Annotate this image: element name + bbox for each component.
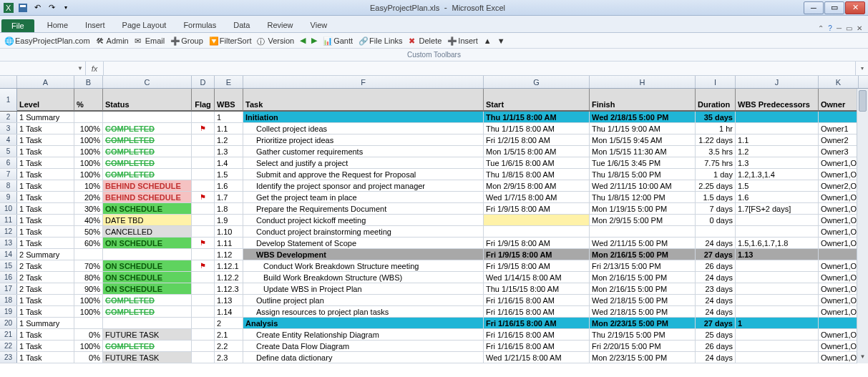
cell-predecessors[interactable]: 1.3 (736, 157, 819, 168)
cell-duration[interactable] (696, 226, 736, 237)
cell-task[interactable]: Initiation (243, 112, 484, 122)
cell-predecessors[interactable] (736, 226, 819, 237)
email-button[interactable]: ✉Email (135, 36, 165, 45)
formula-bar[interactable] (103, 62, 855, 75)
cell-level[interactable]: 1 Task (17, 123, 74, 134)
cell-wbs[interactable]: 2 (215, 318, 243, 328)
cell-task[interactable]: Select and justify a project (243, 157, 484, 168)
header-status[interactable]: Status (103, 89, 192, 111)
cell-flag[interactable]: ⚑ (192, 238, 215, 248)
cell-finish[interactable]: Mon 2/23/15 5:00 PM (590, 352, 696, 363)
cell-start[interactable]: Tue 1/6/15 8:00 AM (484, 157, 590, 168)
ribbon-tab-view[interactable]: View (302, 18, 336, 32)
cell-predecessors[interactable]: 1 (736, 318, 819, 328)
cell-finish[interactable]: Mon 1/19/15 5:00 PM (590, 203, 696, 214)
col-header-C[interactable]: C (103, 76, 192, 88)
cell-duration[interactable]: 35 days (696, 112, 736, 122)
cell-predecessors[interactable]: 1.1 (736, 134, 819, 145)
cell-status[interactable]: COMPLETED (103, 134, 192, 145)
cell-task[interactable]: Gather customer requirements (243, 146, 484, 157)
cell-start[interactable]: Fri 1/9/15 8:00 AM (484, 260, 590, 271)
formula-bar-expand-icon[interactable]: ▾ (855, 62, 868, 75)
nav-right-button[interactable]: ▶ (311, 36, 317, 45)
cell-percent[interactable]: 100% (74, 134, 103, 145)
cell-duration[interactable]: 1.5 days (696, 192, 736, 202)
cell-finish[interactable]: Fri 2/20/15 5:00 PM (590, 341, 696, 351)
filtersort-button[interactable]: 🔽FilterSort (209, 36, 252, 45)
row-header[interactable]: 8 (0, 180, 17, 191)
cell-status[interactable]: ON SCHEDULE (103, 272, 192, 283)
cell-owner[interactable]: Owner1 (819, 123, 859, 134)
cell-duration[interactable]: 24 days (696, 238, 736, 248)
cell-task[interactable]: Conduct project brainstorming meeting (243, 226, 484, 237)
cell-finish[interactable] (590, 226, 696, 237)
cell-start[interactable] (484, 215, 590, 225)
cell-start[interactable]: Wed 1/7/15 8:00 AM (484, 192, 590, 202)
cell-wbs[interactable]: 1.12.2 (215, 272, 243, 283)
row-header[interactable]: 18 (0, 295, 17, 305)
cell-percent[interactable]: 80% (74, 272, 103, 283)
cell-task[interactable]: Create Data Flow Diagram (243, 341, 484, 351)
cell-level[interactable]: 1 Task (17, 169, 74, 180)
cell-task[interactable]: Conduct project kickoff meeting (243, 215, 484, 225)
row-header[interactable]: 21 (0, 329, 17, 340)
help-icon[interactable]: ? (828, 24, 832, 32)
cell-percent[interactable]: 30% (74, 203, 103, 214)
cell-owner[interactable] (819, 249, 859, 260)
header-flag[interactable]: Flag (192, 89, 215, 111)
gantt-button[interactable]: 📊Gantt (323, 36, 353, 45)
cell-level[interactable]: 1 Task (17, 215, 74, 225)
cell-flag[interactable] (192, 318, 215, 328)
cell-percent[interactable]: 40% (74, 215, 103, 225)
cell-wbs[interactable]: 2.3 (215, 352, 243, 363)
header-start[interactable]: Start (484, 89, 590, 111)
cell-level[interactable]: 1 Task (17, 146, 74, 157)
cell-percent[interactable]: 20% (74, 192, 103, 202)
cell-percent[interactable] (74, 318, 103, 328)
header-duration[interactable]: Duration (696, 89, 736, 111)
cell-flag[interactable] (192, 226, 215, 237)
ribbon-tab-file[interactable]: File (1, 19, 34, 32)
cell-duration[interactable]: 3.5 hrs (696, 146, 736, 157)
cell-status[interactable]: ON SCHEDULE (103, 203, 192, 214)
cell-start[interactable]: Fri 1/9/15 8:00 AM (484, 249, 590, 260)
cell-percent[interactable]: 50% (74, 226, 103, 237)
cell-flag[interactable] (192, 295, 215, 305)
cell-wbs[interactable]: 1.12.1 (215, 260, 243, 271)
row-header[interactable]: 6 (0, 157, 17, 168)
cell-finish[interactable]: Mon 2/16/15 5:00 PM (590, 272, 696, 283)
cell-level[interactable]: 1 Task (17, 295, 74, 305)
cell-finish[interactable]: Mon 1/5/15 9:45 AM (590, 134, 696, 145)
cell-duration[interactable]: 1 day (696, 169, 736, 180)
cell-wbs[interactable]: 1.10 (215, 226, 243, 237)
cell-level[interactable]: 1 Task (17, 134, 74, 145)
cell-start[interactable]: Fri 1/9/15 8:00 AM (484, 238, 590, 248)
cell-predecessors[interactable] (736, 272, 819, 283)
col-header-I[interactable]: I (696, 76, 736, 88)
move-down-button[interactable]: ▼ (497, 36, 505, 45)
cell-task[interactable]: Update WBS in Project Plan (243, 283, 484, 294)
cell-duration[interactable]: 2.25 days (696, 180, 736, 191)
cell-owner[interactable]: Owner3 (819, 146, 859, 157)
cell-predecessors[interactable] (736, 283, 819, 294)
cell-duration[interactable]: 25 days (696, 329, 736, 340)
cell-percent[interactable]: 100% (74, 157, 103, 168)
cell-status[interactable]: COMPLETED (103, 169, 192, 180)
cell-status[interactable]: COMPLETED (103, 306, 192, 317)
header-predecessors[interactable]: WBS Predecessors (736, 89, 819, 111)
col-header-D[interactable]: D (192, 76, 215, 88)
cell-status[interactable] (103, 318, 192, 328)
cell-level[interactable]: 1 Summary (17, 112, 74, 122)
cell-owner[interactable]: Owner1,O (819, 295, 859, 305)
cell-predecessors[interactable]: 1.2,1.3,1.4 (736, 169, 819, 180)
cell-level[interactable]: 2 Task (17, 283, 74, 294)
cell-predecessors[interactable]: 1.2 (736, 146, 819, 157)
move-up-button[interactable]: ▲ (484, 36, 492, 45)
cell-status[interactable]: COMPLETED (103, 157, 192, 168)
cell-duration[interactable]: 27 days (696, 318, 736, 328)
cell-finish[interactable]: Thu 1/8/15 5:00 PM (590, 169, 696, 180)
cell-task[interactable]: Conduct Work Breakdown Structure meeting (243, 260, 484, 271)
col-header-H[interactable]: H (590, 76, 696, 88)
cell-finish[interactable]: Thu 1/1/15 9:00 AM (590, 123, 696, 134)
row-header-1[interactable]: 1 (0, 89, 17, 111)
